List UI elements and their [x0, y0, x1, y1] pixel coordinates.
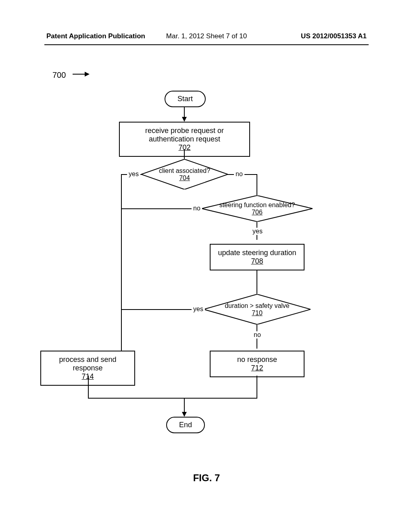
process-712-text: no response [215, 355, 300, 364]
decision-710: duration > safety valve 710 [204, 294, 311, 324]
connector-line [121, 208, 202, 209]
edge-706-yes: yes [251, 228, 264, 235]
flowchart-diagram: 700 Start receive probe request or authe… [0, 60, 413, 484]
edge-706-no: no [192, 205, 202, 212]
arrow-icon [182, 412, 187, 417]
decision-706-content: steering function enabled? 706 [202, 202, 313, 216]
connector-line [88, 398, 257, 399]
decision-704-ref: 704 [141, 175, 228, 182]
process-712-ref: 712 [215, 364, 300, 372]
header-date-sheet: Mar. 1, 2012 Sheet 7 of 10 [166, 32, 247, 40]
connector-line [257, 270, 257, 296]
edge-710-no: no [252, 331, 263, 339]
start-label: Start [177, 95, 193, 103]
decision-704-content: client associated? 704 [141, 167, 228, 182]
connector-line [257, 376, 257, 398]
connector-line [184, 149, 185, 160]
edge-704-yes: yes [127, 170, 140, 178]
header-publication: Patent Application Publication [46, 32, 145, 40]
start-terminal: Start [165, 91, 206, 107]
connector-line [257, 174, 257, 196]
end-terminal: End [166, 417, 205, 433]
figure-caption: FIG. 7 [193, 472, 220, 484]
process-712: no response 712 [210, 351, 305, 377]
arrow-icon [182, 117, 187, 122]
process-714-text: process and send response [45, 355, 130, 372]
connector-line [184, 398, 185, 414]
end-label: End [179, 421, 192, 429]
decision-704-text: client associated? [141, 167, 228, 175]
process-708-text: update steering duration [215, 249, 300, 257]
decision-710-text: duration > safety valve [204, 302, 311, 310]
connector-line [88, 376, 89, 398]
header-divider [44, 44, 369, 45]
decision-706-ref: 706 [202, 209, 313, 216]
decision-704: client associated? 704 [141, 159, 228, 189]
figure-reference-label: 700 [52, 71, 66, 80]
decision-710-ref: 710 [204, 310, 311, 317]
process-708-ref: 708 [215, 257, 300, 266]
header-patent-number: US 2012/0051353 A1 [301, 32, 367, 40]
process-708: update steering duration 708 [210, 244, 305, 270]
page-header: Patent Application Publication Mar. 1, 2… [0, 32, 413, 40]
process-702-text: receive probe request or authentication … [124, 127, 245, 143]
edge-710-yes: yes [192, 305, 205, 313]
edge-704-no: no [234, 170, 244, 178]
decision-706-text: steering function enabled? [202, 202, 313, 209]
decision-706: steering function enabled? 706 [202, 195, 313, 222]
connector-line [121, 174, 122, 367]
decision-710-content: duration > safety valve 710 [204, 302, 311, 317]
figure-reference-arrow [73, 74, 89, 75]
